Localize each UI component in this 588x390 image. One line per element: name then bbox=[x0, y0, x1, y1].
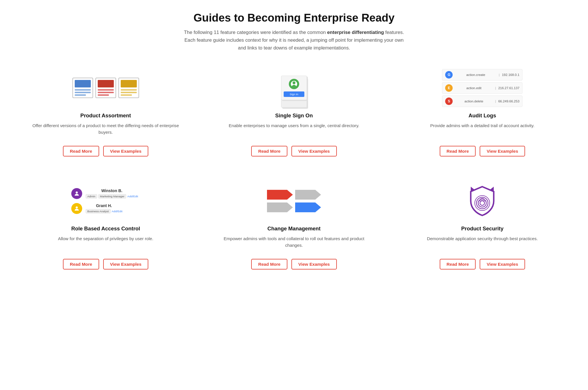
view-examples-button-product-assortment[interactable]: View Examples bbox=[103, 146, 148, 156]
security-shield-icon bbox=[468, 185, 497, 217]
read-more-button-security[interactable]: Read More bbox=[440, 259, 476, 269]
card-title-sso: Single Sign On bbox=[275, 112, 313, 119]
card-change-management: Change Management Empower admins with to… bbox=[205, 177, 382, 278]
audit-badge-s: S bbox=[445, 98, 453, 105]
svg-marker-7 bbox=[489, 187, 494, 192]
audit-action-create: action.create bbox=[455, 73, 496, 77]
card-title-security: Product Security bbox=[461, 225, 504, 232]
read-more-button-product-assortment[interactable]: Read More bbox=[63, 146, 99, 156]
card-single-sign-on: Sign In Single Sign On Enable enterprise… bbox=[205, 64, 382, 165]
svg-marker-3 bbox=[295, 190, 321, 200]
subtitle-bold: enterprise differentiating bbox=[327, 30, 384, 35]
rbac-info-grant: Grant H. Business Analyst Add/Edit bbox=[86, 203, 122, 213]
view-examples-button-rbac[interactable]: View Examples bbox=[103, 259, 148, 269]
rbac-user-grant: Grant H. Business Analyst Add/Edit bbox=[71, 203, 140, 214]
rbac-name-winston: Winston B. bbox=[86, 188, 138, 193]
arrow-row-top bbox=[267, 190, 321, 200]
audit-action-delete: action.delete bbox=[455, 100, 493, 103]
card-product-assortment: Product Assortment Offer different versi… bbox=[17, 64, 194, 165]
read-more-button-change[interactable]: Read More bbox=[251, 259, 287, 269]
rbac-user-winston: Winston B. Admin Marketing Manager Add/E… bbox=[71, 188, 140, 199]
sso-signin-label: Sign In bbox=[284, 91, 304, 97]
avatar-grant bbox=[71, 203, 82, 214]
card-actions-change: Read More View Examples bbox=[251, 259, 337, 269]
svg-marker-4 bbox=[267, 202, 293, 212]
audit-action-edit: action.edit bbox=[455, 86, 493, 90]
rbac-name-grant: Grant H. bbox=[86, 203, 122, 208]
rbac-tag-analyst: Business Analyst bbox=[86, 209, 111, 213]
page-subtitle: The following 11 feature categories were… bbox=[182, 29, 406, 52]
page-header: Guides to Becoming Enterprise Ready The … bbox=[17, 12, 571, 52]
page-title: Guides to Becoming Enterprise Ready bbox=[17, 12, 571, 24]
card-audit-logs: G action.create | 192.168.0.1 E action.e… bbox=[394, 64, 571, 165]
card-desc-rbac: Allow for the separation of privileges b… bbox=[58, 235, 153, 253]
audit-row-create: G action.create | 192.168.0.1 bbox=[442, 69, 522, 81]
svg-point-9 bbox=[478, 199, 486, 207]
svg-marker-5 bbox=[295, 202, 321, 212]
audit-ip-create: 192.168.0.1 bbox=[502, 73, 519, 77]
rbac-edit-grant[interactable]: Add/Edit bbox=[112, 210, 122, 213]
card-title-rbac: Role Based Access Control bbox=[71, 225, 140, 232]
svg-point-1 bbox=[76, 206, 78, 208]
arrow-gray-top-icon bbox=[295, 190, 321, 200]
view-examples-button-change[interactable]: View Examples bbox=[291, 259, 337, 269]
card-rbac: Winston B. Admin Marketing Manager Add/E… bbox=[17, 177, 194, 278]
card-title-audit: Audit Logs bbox=[468, 112, 496, 119]
read-more-button-audit[interactable]: Read More bbox=[440, 146, 476, 156]
audit-row-delete: S action.delete | 66.249.66.253 bbox=[442, 95, 522, 107]
svg-marker-6 bbox=[471, 187, 475, 192]
card-actions-product-assortment: Read More View Examples bbox=[63, 146, 148, 156]
rbac-info-winston: Winston B. Admin Marketing Manager Add/E… bbox=[86, 188, 138, 198]
arrow-red-icon bbox=[267, 190, 293, 200]
rbac-edit-winston[interactable]: Add/Edit bbox=[127, 195, 138, 198]
card-actions-rbac: Read More View Examples bbox=[63, 259, 148, 269]
rbac-tag-marketing: Marketing Manager bbox=[98, 194, 126, 198]
illustration-change bbox=[267, 182, 321, 220]
svg-marker-2 bbox=[267, 190, 293, 200]
read-more-button-rbac[interactable]: Read More bbox=[63, 259, 99, 269]
audit-ip-edit: 216.27.61.137 bbox=[498, 86, 520, 90]
rbac-tags-winston: Admin Marketing Manager Add/Edit bbox=[86, 194, 138, 198]
audit-ip-delete: 66.249.66.253 bbox=[498, 100, 520, 103]
card-actions-audit: Read More View Examples bbox=[440, 146, 525, 156]
card-actions-security: Read More View Examples bbox=[440, 259, 525, 269]
card-title-change: Change Management bbox=[268, 225, 321, 232]
rbac-tag-admin: Admin bbox=[86, 194, 97, 198]
svg-point-8 bbox=[480, 201, 485, 205]
illustration-audit: G action.create | 192.168.0.1 E action.e… bbox=[442, 69, 522, 107]
view-examples-button-sso[interactable]: View Examples bbox=[291, 146, 337, 156]
avatar-winston bbox=[71, 188, 82, 199]
card-desc-sso: Enable enterprises to manage users from … bbox=[229, 122, 360, 139]
rbac-tags-grant: Business Analyst Add/Edit bbox=[86, 209, 122, 213]
cards-grid: Product Assortment Offer different versi… bbox=[17, 64, 571, 278]
subtitle-prefix: The following 11 feature categories were… bbox=[184, 30, 327, 35]
illustration-assortment bbox=[72, 69, 139, 107]
card-desc-product-assortment: Offer different versions of a product to… bbox=[26, 122, 185, 139]
illustration-rbac: Winston B. Admin Marketing Manager Add/E… bbox=[71, 182, 140, 220]
svg-point-0 bbox=[76, 191, 78, 193]
card-actions-sso: Read More View Examples bbox=[251, 146, 337, 156]
card-desc-audit: Provide admins with a detailed trail of … bbox=[430, 122, 535, 139]
arrow-gray-bottom-icon bbox=[267, 202, 293, 212]
card-product-security: Product Security Demonstrable applicatio… bbox=[394, 177, 571, 278]
card-title-product-assortment: Product Assortment bbox=[80, 112, 131, 119]
audit-row-edit: E action.edit | 216.27.61.137 bbox=[442, 82, 522, 94]
card-desc-security: Demonstrable application security throug… bbox=[427, 235, 538, 253]
arrow-row-bottom bbox=[267, 202, 321, 212]
audit-badge-e: E bbox=[445, 84, 453, 92]
card-desc-change: Empower admins with tools and collateral… bbox=[214, 235, 374, 253]
read-more-button-sso[interactable]: Read More bbox=[251, 146, 287, 156]
arrow-blue-icon bbox=[295, 202, 321, 212]
illustration-sso: Sign In bbox=[281, 69, 307, 107]
view-examples-button-security[interactable]: View Examples bbox=[480, 259, 525, 269]
audit-badge-g: G bbox=[445, 71, 453, 79]
illustration-security bbox=[468, 182, 497, 220]
view-examples-button-audit[interactable]: View Examples bbox=[480, 146, 525, 156]
svg-point-11 bbox=[475, 196, 490, 211]
